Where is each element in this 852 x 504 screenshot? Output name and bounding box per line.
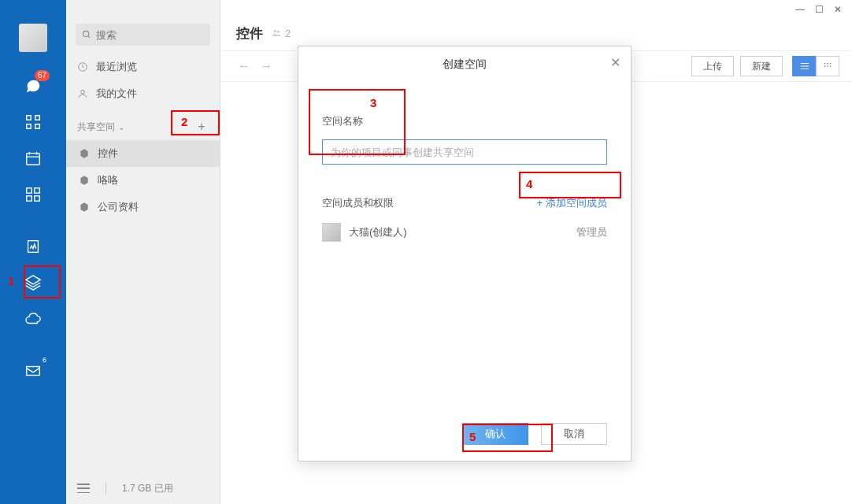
page-title: 控件 xyxy=(236,24,263,43)
nav-recent[interactable]: 最近浏览 xyxy=(66,54,220,80)
people-count[interactable]: 2 xyxy=(271,28,291,39)
rail-apps[interactable] xyxy=(12,104,54,140)
nav-label: 我的文件 xyxy=(96,87,137,101)
svg-rect-4 xyxy=(35,196,39,201)
sidebar-footer: 1.7 GB 已用 xyxy=(66,472,220,504)
space-item[interactable]: 控件 xyxy=(66,140,220,167)
mail-badge: 6 xyxy=(43,356,46,364)
menu-icon[interactable] xyxy=(77,484,90,493)
svg-point-14 xyxy=(830,63,832,65)
search-input-wrap[interactable] xyxy=(76,24,210,46)
window-maximize[interactable]: ☐ xyxy=(809,2,828,17)
svg-point-10 xyxy=(274,30,277,33)
svg-rect-3 xyxy=(27,196,31,201)
member-avatar xyxy=(322,223,341,242)
create-button[interactable]: 新建 xyxy=(740,56,783,76)
hexagon-icon xyxy=(79,175,90,186)
chat-badge: 67 xyxy=(35,70,50,81)
rail-cloud[interactable] xyxy=(12,301,54,337)
user-icon xyxy=(77,88,88,99)
svg-point-13 xyxy=(827,63,828,65)
member-name: 大猫(创建人) xyxy=(349,225,576,239)
sidebar: 最近浏览 我的文件 共享空间 ⌄ + 控件 咯咯 公司资料 1.7 GB 已用 xyxy=(66,0,220,504)
search-input[interactable] xyxy=(96,29,204,41)
svg-point-9 xyxy=(81,90,85,94)
space-name-input[interactable] xyxy=(322,139,607,165)
clock-icon xyxy=(77,61,88,72)
nav-label: 最近浏览 xyxy=(96,60,137,74)
svg-rect-0 xyxy=(27,154,40,165)
svg-point-12 xyxy=(824,63,826,65)
avatar[interactable] xyxy=(19,24,47,52)
view-grid[interactable] xyxy=(816,56,839,76)
hexagon-icon xyxy=(79,202,90,213)
modal-title: 创建空间 xyxy=(443,57,487,72)
modal-close-button[interactable]: ✕ xyxy=(607,54,623,70)
svg-rect-6 xyxy=(27,367,40,376)
svg-point-16 xyxy=(827,65,828,67)
member-row: 大猫(创建人) 管理员 xyxy=(322,223,607,242)
add-member-button[interactable]: + 添加空间成员 xyxy=(537,196,607,210)
rail-calendar[interactable] xyxy=(12,140,54,176)
svg-rect-1 xyxy=(27,188,31,193)
rail-drive[interactable] xyxy=(12,265,54,301)
people-icon xyxy=(271,28,282,39)
svg-point-15 xyxy=(824,65,826,67)
svg-point-7 xyxy=(83,31,89,36)
svg-rect-5 xyxy=(28,241,39,253)
rail-doc[interactable] xyxy=(12,228,54,265)
rail-grid[interactable] xyxy=(12,176,54,213)
hexagon-icon xyxy=(79,148,90,159)
section-shared[interactable]: 共享空间 ⌄ + xyxy=(66,113,220,140)
nav-myfiles[interactable]: 我的文件 xyxy=(66,80,220,107)
storage-text: 1.7 GB 已用 xyxy=(122,482,173,495)
svg-rect-2 xyxy=(35,188,39,193)
svg-point-17 xyxy=(830,65,832,67)
add-space-button[interactable]: + xyxy=(194,120,209,134)
member-role: 管理员 xyxy=(576,225,607,239)
forward-button[interactable]: → xyxy=(255,56,277,76)
back-button[interactable]: ← xyxy=(233,56,255,76)
create-space-modal: 创建空间 ✕ 空间名称 空间成员和权限 + 添加空间成员 大猫(创建人) 管理员… xyxy=(298,46,632,461)
view-list[interactable] xyxy=(792,56,816,76)
space-item[interactable]: 咯咯 xyxy=(66,167,220,194)
upload-button[interactable]: 上传 xyxy=(691,56,734,76)
rail-mail[interactable]: 6 xyxy=(12,353,54,389)
window-close[interactable]: ✕ xyxy=(828,2,847,17)
members-label: 空间成员和权限 xyxy=(322,196,394,210)
cancel-button[interactable]: 取消 xyxy=(541,423,607,445)
search-icon xyxy=(82,29,91,40)
window-minimize[interactable]: — xyxy=(791,2,809,17)
rail-chat[interactable]: 67 xyxy=(12,68,54,104)
space-item[interactable]: 公司资料 xyxy=(66,194,220,220)
svg-point-11 xyxy=(277,31,280,33)
space-name-label: 空间名称 xyxy=(322,114,607,128)
